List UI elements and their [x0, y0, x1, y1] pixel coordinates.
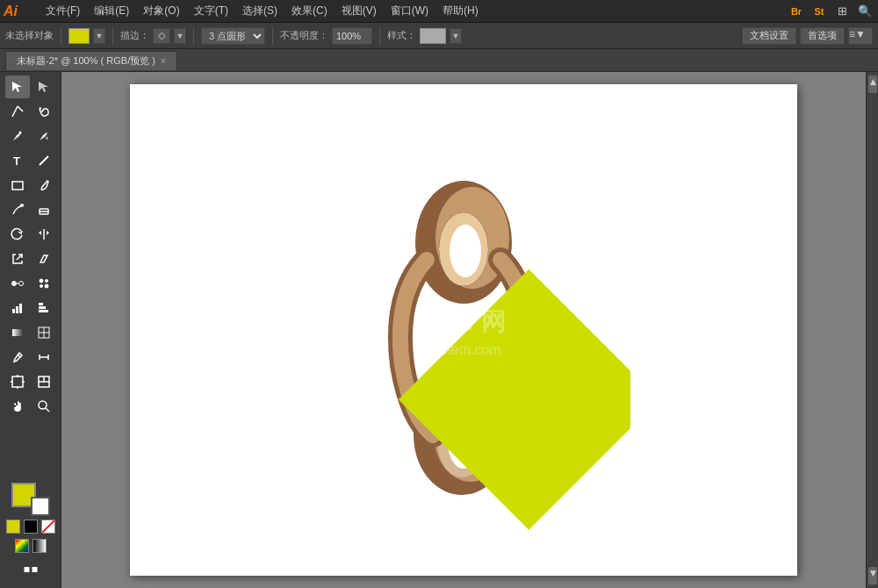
red-x-swatch[interactable]: [41, 520, 55, 534]
svg-line-48: [42, 520, 54, 533]
svg-rect-25: [16, 306, 18, 313]
apps-btn[interactable]: ⊞: [832, 2, 852, 21]
gradient-swatch[interactable]: [32, 539, 47, 553]
svg-text:+: +: [45, 134, 49, 142]
tool-row-9: [5, 272, 56, 295]
tab-close[interactable]: ×: [161, 56, 166, 66]
color-mode-swatch[interactable]: [15, 539, 29, 553]
stock-btn[interactable]: St: [810, 2, 829, 21]
column-chart-tool[interactable]: [5, 297, 30, 319]
menu-file[interactable]: 文件(F): [39, 2, 87, 20]
slice-tool[interactable]: [32, 370, 56, 393]
symbol-instance-btn[interactable]: [11, 558, 50, 581]
artboard-tool[interactable]: [5, 370, 30, 393]
point-shape-select[interactable]: 3 点圆形: [201, 27, 265, 45]
stroke-swatch[interactable]: [31, 497, 50, 516]
mesh-tool[interactable]: [32, 321, 56, 344]
scroll-thumb-up[interactable]: ▲: [868, 75, 877, 93]
svg-point-20: [40, 279, 43, 283]
right-scrollbar[interactable]: ▲ ▼: [866, 72, 878, 588]
bridge-btn[interactable]: Br: [787, 2, 806, 21]
blend-tool[interactable]: [5, 272, 30, 295]
direct-selection-tool[interactable]: [32, 75, 56, 98]
svg-text:T: T: [13, 154, 20, 168]
rotate-tool[interactable]: [5, 223, 30, 246]
svg-rect-49: [24, 567, 29, 572]
symbol-tool[interactable]: [32, 272, 56, 295]
tool-row-13: [5, 370, 56, 393]
menu-effect[interactable]: 效果(C): [284, 2, 335, 20]
tool-row-1: [5, 75, 56, 98]
doc-setup-button[interactable]: 文档设置: [742, 27, 796, 45]
eraser-tool[interactable]: [32, 198, 56, 221]
menu-object[interactable]: 对象(O): [136, 2, 186, 20]
line-tool[interactable]: [32, 149, 56, 172]
style-preview[interactable]: [420, 28, 446, 44]
svg-marker-16: [40, 255, 47, 262]
svg-marker-14: [47, 231, 49, 235]
menu-edit[interactable]: 编辑(E): [87, 2, 136, 20]
paintbrush-tool[interactable]: [32, 174, 56, 197]
tab-bar: 未标题-2* @ 100% ( RGB/预览 ) ×: [0, 49, 878, 72]
workspace-btn[interactable]: ≡▼: [848, 27, 873, 45]
menu-window[interactable]: 窗口(W): [384, 2, 435, 20]
reflect-tool[interactable]: [32, 223, 56, 246]
svg-point-55: [450, 225, 481, 277]
style-arrow[interactable]: ▼: [450, 28, 462, 44]
watermark-line1: G x / 网: [421, 308, 506, 335]
scale-tool[interactable]: [5, 247, 30, 270]
hand-tool[interactable]: [5, 395, 30, 418]
svg-point-17: [11, 282, 16, 286]
black-swatch[interactable]: [24, 520, 38, 534]
tool-row-11: [5, 321, 56, 344]
shear-tool[interactable]: [32, 247, 56, 270]
bar-chart-tool[interactable]: [32, 297, 56, 319]
scroll-thumb-down[interactable]: ▼: [868, 567, 877, 584]
eyedropper-tool[interactable]: [5, 346, 30, 369]
opacity-input[interactable]: [332, 27, 372, 45]
main-layout: + T: [0, 72, 878, 588]
tool-row-3: +: [5, 125, 56, 147]
symbol-btn-area: [11, 558, 50, 581]
selection-tool[interactable]: [5, 75, 30, 98]
tool-row-8: [5, 247, 56, 270]
fill-color-swatch[interactable]: [68, 28, 90, 44]
canvas-area[interactable]: G x / 网 system.com: [61, 72, 866, 588]
fill-stroke-swatches: [11, 483, 50, 516]
fill-arrow[interactable]: ▼: [93, 28, 105, 44]
svg-rect-24: [12, 309, 15, 313]
prefs-button[interactable]: 首选项: [800, 27, 845, 45]
svg-point-23: [45, 284, 48, 288]
gradient-tool[interactable]: [5, 321, 30, 344]
app-logo: Ai: [4, 4, 30, 19]
tool-row-6: [5, 198, 56, 221]
svg-point-9: [20, 204, 24, 207]
lasso-tool[interactable]: [32, 100, 56, 123]
menu-help[interactable]: 帮助(H): [435, 2, 486, 20]
magic-wand-tool[interactable]: [5, 100, 30, 123]
svg-marker-13: [39, 231, 41, 235]
menu-select[interactable]: 选择(S): [235, 2, 284, 20]
menu-text[interactable]: 文字(T): [187, 2, 235, 20]
menu-view[interactable]: 视图(V): [335, 2, 384, 20]
svg-marker-0: [12, 82, 22, 92]
opacity-label: 不透明度：: [280, 29, 328, 42]
stroke-arrow[interactable]: ▼: [174, 28, 186, 44]
measure-tool[interactable]: [32, 346, 56, 369]
rect-tool[interactable]: [5, 174, 30, 197]
svg-line-7: [40, 156, 48, 165]
search-btn[interactable]: 🔍: [855, 2, 874, 21]
add-anchor-tool[interactable]: +: [32, 125, 56, 147]
color-area: [3, 479, 59, 556]
tab-title: 未标题-2* @ 100% ( RGB/预览 ): [17, 54, 155, 68]
none-swatch[interactable]: [6, 520, 20, 534]
pencil-tool[interactable]: [5, 198, 30, 221]
document-tab[interactable]: 未标题-2* @ 100% ( RGB/预览 ) ×: [5, 51, 177, 70]
type-tool[interactable]: T: [5, 149, 30, 172]
svg-rect-30: [12, 329, 23, 336]
pen-tool[interactable]: [5, 125, 30, 147]
svg-line-3: [18, 106, 23, 111]
stroke-swatch-options[interactable]: ◇: [153, 28, 170, 44]
style-label: 样式：: [387, 29, 416, 42]
zoom-tool[interactable]: [32, 395, 56, 418]
